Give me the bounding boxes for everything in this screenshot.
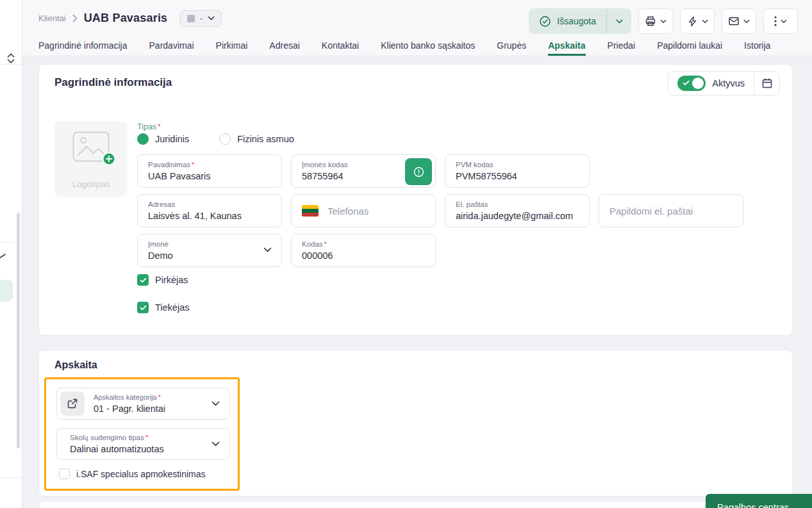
apskaitos-kategorija-select[interactable]: Apskaitos kategorija* 01 - Pagr. klienta… [56,388,230,420]
field-label: Kodas* [302,240,426,249]
tab-kliento-banko-saskaitos[interactable]: Kliento banko sąskaitos [381,37,475,56]
add-logo-icon[interactable] [102,152,116,166]
saved-status-label: Išsaugota [557,16,596,26]
type-field-label: Tipas* [137,122,161,131]
pirkejas-checkbox-row[interactable]: Pirkėjas [137,274,188,286]
active-toggle-label: Aktyvus [712,78,745,88]
field-value: 000006 [302,249,426,263]
external-link-icon [67,398,78,409]
adresas-field[interactable]: Adresas Laisvės al. 41, Kaunas [137,194,282,227]
toggle-knob [692,78,704,89]
printer-icon [645,15,656,27]
imone-select[interactable]: Įmonė Demo [137,234,282,267]
alert-circle-icon [413,166,425,178]
field-label: Apskaitos kategorija* [94,393,165,402]
page-header: Klientai UAB Pavasaris - Išsaugota [22,0,812,37]
saved-status-main[interactable]: Išsaugota [529,8,606,34]
chevron-down-icon [743,19,750,24]
pavadinimas-field[interactable]: Pavadinimas* UAB Pavasaris [137,154,282,188]
chevron-down-icon [208,16,215,20]
sidebar [0,0,22,508]
tab-istorija[interactable]: Istorija [744,37,770,56]
imones-kodas-field[interactable]: Įmonės kodas 58755964 [291,154,436,188]
radio-fizinis-asmuo-label[interactable]: Fizinis asmuo [237,134,294,144]
field-label: El. paštas [456,200,580,209]
tab-pagrindine-informacija[interactable]: Pagrindinė informacija [38,37,128,56]
validity-calendar-button[interactable] [754,72,779,95]
field-label: Įmonė [148,240,272,249]
checkbox-checked-icon[interactable] [137,302,149,313]
main-info-card: Pagrindinė informacija Aktyvus Logotipas [38,64,793,336]
kodas-field[interactable]: Kodas* 000006 [291,234,436,267]
breadcrumb: Klientai UAB Pavasaris - [38,0,222,37]
actions-dropdown-button[interactable] [680,8,715,34]
telefonas-field[interactable]: Telefonas [291,194,436,227]
chevron-right-icon [72,14,78,22]
type-radio-group: Juridinis Fizinis asmuo [137,133,294,145]
chevron-down-icon [702,19,708,24]
registry-check-button[interactable] [405,158,432,185]
sidebar-divider-bottom [0,477,22,478]
highlighted-section: Apskaitos kategorija* 01 - Pagr. klienta… [44,377,240,491]
tiekejas-checkbox-row[interactable]: Tiekėjas [137,302,189,313]
logo-label: Logotipas [54,179,128,189]
field-value: Dalinai automatizuotas [70,443,220,456]
radio-juridinis-label[interactable]: Juridinis [155,134,189,144]
saved-status-button[interactable]: Išsaugota [529,8,631,34]
tab-priedai[interactable]: Priedai [608,37,636,56]
select-content: Apskaitos kategorija* 01 - Pagr. klienta… [94,391,165,416]
chevron-down-icon [211,441,220,447]
chevron-down-icon [211,401,220,406]
tab-adresai[interactable]: Adresai [269,37,299,56]
checkbox-unchecked-icon[interactable] [59,468,70,479]
radio-juridinis[interactable] [137,133,149,145]
tab-papildomi-laukai[interactable]: Papildomi laukai [657,37,722,56]
print-dropdown-button[interactable] [638,8,673,34]
sidebar-divider [0,242,14,243]
field-value: airida.jaudegyte@gmail.com [456,209,580,223]
sidebar-active-item[interactable] [0,280,13,302]
field-value: PVM58755964 [456,170,580,183]
field-value: 01 - Pagr. klientai [94,402,165,416]
checkbox-label: Pirkėjas [155,275,188,285]
calendar-icon [761,78,773,89]
envelope-icon [728,15,740,27]
open-category-button[interactable] [60,391,85,416]
header-actions: Išsaugota [529,8,798,34]
field-label: Pavadinimas* [148,160,272,169]
color-tag-dropdown[interactable]: - [180,10,222,27]
tab-pirkimai[interactable]: Pirkimai [216,37,248,56]
chevron-down-icon [660,19,667,24]
help-center-button[interactable]: Pagalbos centras [706,494,812,508]
lithuania-flag-icon[interactable] [302,205,319,217]
breadcrumb-parent-link[interactable]: Klientai [38,13,66,23]
chevron-down-icon[interactable] [607,8,631,34]
skolu-sudengimo-tipas-select[interactable]: Skolų sudengimo tipas* Dalinai automatiz… [56,428,230,460]
active-toggle[interactable]: Aktyvus [668,72,754,95]
papildomi-el-pastai-field[interactable]: Papildomi el. paštai [599,194,743,227]
lightning-icon [687,16,698,27]
more-options-button[interactable] [763,8,798,34]
el-pastas-field[interactable]: El. paštas airida.jaudegyte@gmail.com [445,194,590,227]
email-dropdown-button[interactable] [722,8,756,34]
isaf-checkbox-row[interactable]: i.SAF specialus apmokestinimas [59,468,206,479]
radio-fizinis-asmuo[interactable] [219,133,231,145]
unfold-icon[interactable] [6,53,16,64]
tab-pardavimai[interactable]: Pardavimai [149,37,194,56]
toggle-switch[interactable] [677,76,706,91]
field-label: Skolų sudengimo tipas* [70,433,220,442]
tab-grupes[interactable]: Grupės [497,37,526,56]
kebab-icon [774,16,777,26]
color-tag-value: - [200,14,203,23]
checkbox-checked-icon[interactable] [137,274,149,286]
logo-upload[interactable]: Logotipas [54,121,128,197]
tab-kontaktai[interactable]: Kontaktai [322,37,359,56]
sidebar-scrollbar[interactable] [17,213,20,448]
card-title: Apskaita [54,359,97,371]
tab-apskaita[interactable]: Apskaita [548,37,585,56]
checkbox-label: Tiekėjas [155,302,189,313]
page-title: UAB Pavasaris [84,12,168,25]
check-icon [683,80,690,86]
pvm-kodas-field[interactable]: PVM kodas PVM58755964 [445,154,590,188]
next-card-partial [38,501,793,508]
